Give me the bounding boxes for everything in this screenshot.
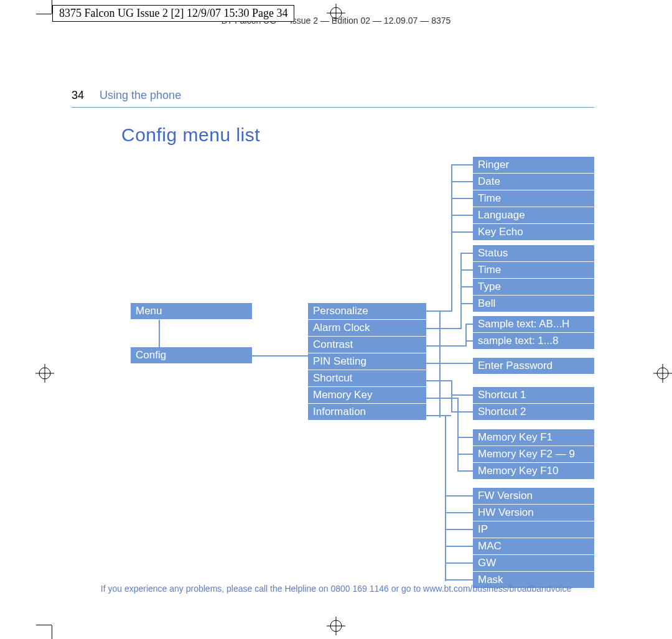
menu-box: Shortcut 1	[473, 387, 594, 404]
menu-box-menu: Menu	[131, 303, 252, 320]
menu-box: Key Echo	[473, 224, 594, 240]
menu-box: Status	[473, 245, 594, 262]
menu-box: Date	[473, 174, 594, 190]
menu-box-memorykey: Memory Key	[308, 387, 426, 404]
menu-box: IP	[473, 521, 594, 538]
menu-box: Enter Password	[473, 358, 594, 374]
menu-box: GW	[473, 555, 594, 572]
memory-submenu: Memory Key F1 Memory Key F2 — 9 Memory K…	[473, 429, 594, 479]
alarm-submenu: Status Time Type Bell	[473, 245, 594, 312]
menu-box-personalize: Personalize	[308, 303, 426, 320]
page-title: Config menu list	[121, 124, 260, 146]
shortcut-submenu: Shortcut 1 Shortcut 2	[473, 387, 594, 420]
info-submenu: FW Version HW Version IP MAC GW Mask	[473, 488, 594, 588]
menu-box: Language	[473, 207, 594, 224]
menu-box: Memory Key F10	[473, 463, 594, 479]
menu-box: Memory Key F2 — 9	[473, 446, 594, 463]
menu-box: Sample text: AB...H	[473, 316, 594, 333]
menu-box: Bell	[473, 296, 594, 312]
menu-box-information: Information	[308, 404, 426, 420]
pin-submenu: Enter Password	[473, 358, 594, 374]
contrast-submenu: Sample text: AB...H sample text: 1...8	[473, 316, 594, 349]
menu-box: Time	[473, 262, 594, 279]
page-number: 34	[72, 89, 84, 101]
menu-box: Type	[473, 279, 594, 296]
menu-box: HW Version	[473, 505, 594, 521]
menu-box-contrast: Contrast	[308, 337, 426, 353]
menu-box: FW Version	[473, 488, 594, 505]
menu-box-pin: PIN Setting	[308, 353, 426, 370]
menu-box: Time	[473, 190, 594, 207]
menu-box-shortcut: Shortcut	[308, 370, 426, 387]
running-head: 34 Using the phone	[72, 89, 181, 102]
registration-mark-icon	[35, 364, 54, 383]
personalize-submenu: Ringer Date Time Language Key Echo	[473, 157, 594, 240]
menu-box: sample text: 1...8	[473, 333, 594, 349]
menu-box: Ringer	[473, 157, 594, 174]
registration-mark-icon	[653, 364, 672, 383]
menu-box: MAC	[473, 538, 594, 555]
footer-help-text: If you experience any problems, please c…	[0, 584, 672, 594]
divider	[72, 107, 594, 108]
registration-mark-icon	[327, 617, 345, 635]
menu-box-config: Config	[131, 347, 252, 364]
section-title: Using the phone	[100, 89, 181, 101]
print-slug: 8375 Falcon UG Issue 2 [2] 12/9/07 15:30…	[52, 5, 294, 22]
menu-box-alarmclock: Alarm Clock	[308, 320, 426, 337]
menu-box: Shortcut 2	[473, 404, 594, 420]
menu-box: Memory Key F1	[473, 429, 594, 446]
config-submenu: Personalize Alarm Clock Contrast PIN Set…	[308, 303, 426, 420]
